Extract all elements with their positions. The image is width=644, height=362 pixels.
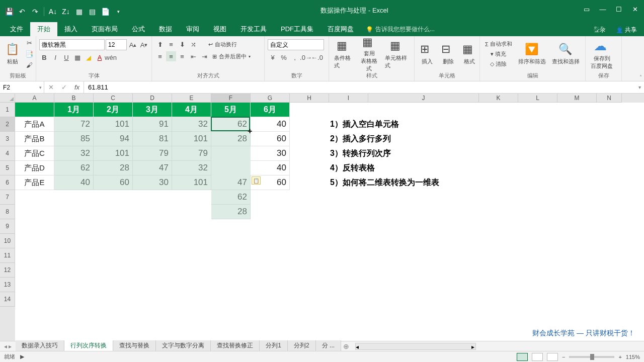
macro-icon[interactable]: ▶ [20, 353, 24, 360]
align-center-icon[interactable]: ≡ [166, 51, 176, 61]
h-scrollbar[interactable]: ◂▸ [355, 343, 476, 350]
page-layout-icon[interactable] [532, 353, 543, 361]
paste-options-icon[interactable]: 📋 [252, 176, 261, 185]
data-cell[interactable]: 32 [54, 146, 94, 161]
align-mid-icon[interactable]: ≡ [166, 39, 176, 49]
grid-area[interactable]: ABCDEFGHIJKLMN 1234567891011121314 1月2月3… [0, 94, 644, 341]
col-header[interactable]: K [479, 94, 518, 103]
sheet-tab[interactable]: 分 ... [316, 340, 341, 352]
orientation-icon[interactable]: ⤭ [188, 39, 198, 49]
data-cell[interactable]: 79 [172, 146, 211, 161]
row-header[interactable]: 10 [0, 234, 15, 248]
fx-icon[interactable]: fx [70, 83, 84, 91]
data-cell[interactable]: 60 [94, 175, 133, 190]
tab-file[interactable]: 文件 [3, 22, 30, 36]
table-header-cell[interactable]: 4月 [172, 103, 211, 117]
col-header[interactable]: M [557, 94, 597, 103]
phonetic-icon[interactable]: wén [106, 52, 116, 62]
tab-review[interactable]: 审阅 [179, 22, 206, 36]
col-header[interactable]: H [290, 94, 329, 103]
open-icon[interactable]: 📄 [99, 6, 111, 18]
align-right-icon[interactable]: ≡ [177, 51, 187, 61]
ribbon-options-icon[interactable]: ▭ [582, 4, 592, 14]
data-cell[interactable]: 28 [211, 132, 251, 146]
data-cell[interactable]: 101 [94, 146, 133, 161]
tell-me-box[interactable]: 💡告诉我您想要做什么... [361, 23, 440, 36]
row-header[interactable]: 12 [0, 263, 15, 278]
note-text[interactable]: 2）插入多行多列 [329, 132, 520, 146]
redo-icon[interactable]: ↷ [29, 6, 41, 18]
row-header[interactable]: 5 [0, 161, 15, 175]
cond-format-button[interactable]: ▦条件格式 [332, 38, 355, 70]
merge-button[interactable]: ⊞合并后居中▾ [210, 52, 253, 61]
row-label-cell[interactable]: 产品A [15, 117, 54, 132]
border-icon[interactable]: ▦ [72, 52, 83, 62]
col-header[interactable]: L [518, 94, 557, 103]
row-header[interactable]: 7 [0, 190, 15, 205]
sheet-tab[interactable]: 行列次序转换 [64, 340, 113, 352]
row-header[interactable]: 4 [0, 146, 15, 161]
dec-decimal-icon[interactable]: ←.0 [312, 52, 322, 62]
copy-icon[interactable]: 📑 [24, 49, 34, 59]
sheet-tab[interactable]: 查找替换修正 [211, 340, 260, 352]
data-cell[interactable]: 47 [211, 175, 251, 190]
data-cell[interactable]: 28 [211, 205, 251, 219]
data-cell[interactable]: 30 [251, 146, 290, 161]
row-label-cell[interactable]: 产品D [15, 161, 54, 175]
name-box[interactable]: F2 [0, 81, 44, 93]
percent-icon[interactable]: % [279, 52, 289, 62]
sort-asc-icon[interactable]: A↓ [47, 6, 59, 18]
delete-button[interactable]: ⊟删除 [439, 38, 458, 70]
currency-icon[interactable]: ¥ [268, 52, 278, 62]
note-text[interactable]: 1）插入空白单元格 [329, 117, 520, 132]
data-cell[interactable]: 40 [54, 175, 94, 190]
tab-dev[interactable]: 开发工具 [233, 22, 274, 36]
note-text[interactable]: 3）转换行列次序 [329, 146, 520, 161]
col-header[interactable]: J [368, 94, 479, 103]
data-cell[interactable]: 101 [94, 117, 133, 132]
zoom-in-icon[interactable]: + [618, 354, 621, 360]
sheet-nav[interactable]: ◂ ▸ [0, 343, 16, 350]
data-cell[interactable]: 94 [94, 132, 133, 146]
table-header-cell[interactable] [15, 103, 54, 117]
row-header[interactable]: 6 [0, 175, 15, 190]
tab-pdf[interactable]: PDF工具集 [274, 22, 320, 36]
sheet-tab[interactable]: 数据录入技巧 [16, 340, 64, 352]
row-header[interactable]: 2 [0, 117, 15, 132]
indent-inc-icon[interactable]: ⇥ [199, 51, 209, 61]
cells-area[interactable]: 1月2月3月4月5月6月产品A产品B产品C产品D产品E7210191326240… [15, 103, 644, 341]
page-break-icon[interactable] [547, 353, 558, 361]
data-cell[interactable]: 62 [54, 161, 94, 175]
row-label-cell[interactable]: 产品B [15, 132, 54, 146]
format-painter-icon[interactable]: 🖌 [24, 60, 34, 70]
col-header[interactable]: D [133, 94, 172, 103]
table-header-cell[interactable]: 3月 [133, 103, 172, 117]
row-header[interactable]: 1 [0, 103, 15, 117]
inc-decimal-icon[interactable]: .0→ [301, 52, 311, 62]
clear-button[interactable]: ◇清除 [483, 59, 514, 69]
table-header-cell[interactable]: 1月 [54, 103, 94, 117]
col-header[interactable]: A [15, 94, 54, 103]
format-button[interactable]: ▦格式 [460, 38, 479, 70]
col-header[interactable]: C [94, 94, 133, 103]
sort-desc-icon[interactable]: Z↓ [60, 6, 72, 18]
align-left-icon[interactable]: ≡ [155, 51, 165, 61]
italic-button[interactable]: I [50, 52, 60, 62]
zoom-level[interactable]: 115% [626, 354, 640, 360]
baidu-save-button[interactable]: ☁保存到 百度网盘 [589, 38, 615, 70]
autosum-button[interactable]: Σ自动求和 [483, 39, 514, 49]
fill-color-icon[interactable]: ◢ [84, 52, 94, 62]
close-icon[interactable]: ✕ [630, 4, 640, 14]
font-size-select[interactable]: 12 [106, 39, 127, 50]
cut-icon[interactable]: ✂ [24, 38, 34, 48]
indent-dec-icon[interactable]: ⇤ [188, 51, 198, 61]
increase-font-icon[interactable]: A▴ [128, 40, 138, 50]
select-all-corner[interactable] [0, 94, 15, 103]
sheet-tab[interactable]: 查找与替换 [113, 340, 156, 352]
quickprint-icon[interactable]: ▤ [86, 6, 98, 18]
comma-icon[interactable]: , [290, 52, 300, 62]
fill-button[interactable]: ▾填充 [483, 49, 514, 59]
table-header-cell[interactable]: 2月 [94, 103, 133, 117]
sheet-tab[interactable]: 文字与数字分离 [156, 340, 211, 352]
qat-more-icon[interactable]: ▾ [112, 6, 124, 18]
